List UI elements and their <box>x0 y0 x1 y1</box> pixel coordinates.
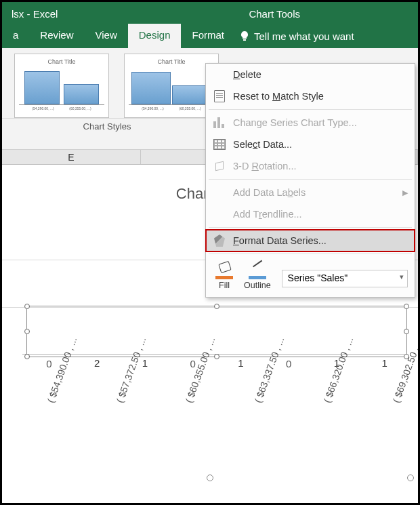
ctx-3d-rotation: 3-D Rotation... <box>206 155 415 177</box>
ctx-delete[interactable]: Delete <box>206 64 415 85</box>
x-axis-labels: ( $54,390.00 , ...( $57,372.50 , ...( $6… <box>22 368 411 470</box>
reset-icon <box>213 89 226 103</box>
chart-handle[interactable] <box>207 474 213 481</box>
ctx-add-trendline: Add Trendline... <box>206 203 415 225</box>
select-data-icon <box>213 138 226 151</box>
tab-design[interactable]: Design <box>128 24 182 48</box>
ribbon-tabs: a Review View Design Format Tell me what… <box>2 24 418 48</box>
col-e[interactable]: E <box>2 150 141 164</box>
tell-me-label: Tell me what you want <box>254 31 354 42</box>
fill-button[interactable]: Fill <box>215 262 233 290</box>
outline-button[interactable]: Outline <box>244 262 271 290</box>
ctx-select-data[interactable]: Select Data... <box>206 134 415 155</box>
tab-format[interactable]: Format <box>181 24 235 48</box>
ctx-change-chart-type: Change Series Chart Type... <box>206 112 415 134</box>
chart-styles-label: Chart Styles <box>2 118 212 134</box>
format-series-icon <box>213 234 226 247</box>
tab-view[interactable]: View <box>85 24 128 48</box>
series-selector[interactable]: Series "Sales" <box>282 270 408 287</box>
context-menu: Delete Reset to Match Style Change Serie… <box>205 63 415 298</box>
lightbulb-icon <box>239 31 250 41</box>
chart-type-icon <box>213 116 226 129</box>
chart-style-2[interactable]: Chart Title (54,390.00, ...)(60,355.00, … <box>124 54 219 118</box>
fill-bucket-icon <box>215 262 233 279</box>
tab-partial[interactable]: a <box>2 24 29 48</box>
submenu-arrow-icon: ▶ <box>402 188 408 197</box>
tab-review[interactable]: Review <box>29 24 84 48</box>
chart-tools-title: Chart Tools <box>239 4 310 24</box>
chart-style-1[interactable]: Chart Title (54,390.00, ...)(60,355.00, … <box>14 54 109 118</box>
ctx-add-data-labels: Add Data Labels ▶ <box>206 182 415 203</box>
app-title: lsx - Excel <box>2 4 67 24</box>
chart-handle[interactable] <box>407 474 414 481</box>
outline-pen-icon <box>249 262 266 279</box>
rotate-3d-icon <box>213 159 226 173</box>
ctx-format-data-series[interactable]: Format Data Series... <box>206 230 415 251</box>
title-bar: lsx - Excel Chart Tools <box>2 2 418 24</box>
ctx-reset-style[interactable]: Reset to Match Style <box>206 85 415 107</box>
tell-me-search[interactable]: Tell me what you want <box>235 24 358 48</box>
